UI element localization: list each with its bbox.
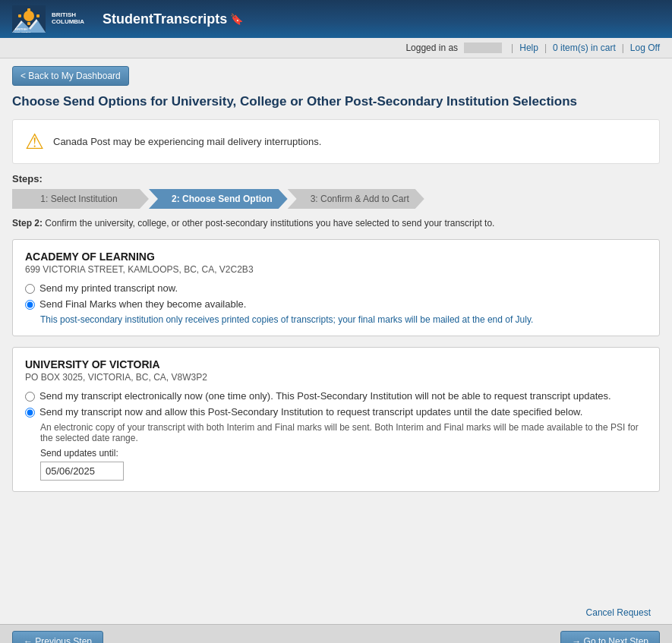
bc-logo-icon: BRITISH COLUMBIA	[12, 5, 46, 33]
uvic-radio-1[interactable]	[25, 392, 35, 402]
aol-radio-1[interactable]	[25, 284, 35, 294]
logoff-link[interactable]: Log Off	[630, 43, 660, 53]
institution-name-aol: ACADEMY OF LEARNING	[25, 251, 647, 263]
bottom-nav: ← Previous Step → Go to Next Step	[0, 624, 672, 643]
header: BRITISH COLUMBIA BRITISH COLUMBIA Studen…	[0, 0, 672, 38]
logged-in-label: Logged in as	[405, 43, 458, 53]
svg-rect-3	[27, 22, 30, 25]
institution-card-aol: ACADEMY OF LEARNING 699 VICTORIA STREET,…	[12, 239, 660, 336]
next-step-button[interactable]: → Go to Next Step	[560, 631, 660, 643]
uvic-option-2-label[interactable]: Send my transcript now and allow this Po…	[39, 406, 582, 418]
aol-radio-2[interactable]	[25, 300, 35, 310]
progress-steps: 1: Select Institution 2: Choose Send Opt…	[12, 189, 660, 209]
aol-option-1: Send my printed transcript now.	[25, 282, 647, 294]
aol-option-2-label[interactable]: Send Final Marks when they become availa…	[39, 298, 246, 310]
main-content: < Back to My Dashboard Choose Send Optio…	[0, 58, 672, 601]
username-display	[464, 43, 502, 53]
svg-rect-2	[27, 8, 30, 11]
page-title: Choose Send Options for University, Coll…	[12, 93, 660, 110]
top-nav: Logged in as | Help | 0 item(s) in cart …	[0, 38, 672, 58]
send-updates-date-input[interactable]	[40, 462, 124, 481]
back-to-dashboard-button[interactable]: < Back to My Dashboard	[12, 66, 129, 86]
svg-rect-4	[18, 14, 21, 17]
cart-link[interactable]: 0 item(s) in cart	[553, 43, 616, 53]
institution-card-uvic: UNIVERSITY OF VICTORIA PO BOX 3025, VICT…	[12, 347, 660, 492]
app-title: StudentTranscripts	[103, 11, 227, 27]
help-link[interactable]: Help	[519, 43, 538, 53]
uvic-option-1-label[interactable]: Send my transcript electronically now (o…	[39, 390, 611, 402]
institution-name-uvic: UNIVERSITY OF VICTORIA	[25, 358, 647, 370]
step-description: Step 2: Confirm the university, college,…	[12, 218, 660, 229]
cancel-request-link[interactable]: Cancel Request	[586, 607, 651, 618]
step-1: 1: Select Institution	[12, 189, 149, 209]
aol-option-1-label[interactable]: Send my printed transcript now.	[39, 282, 178, 294]
warning-text: Canada Post may be experiencing mail del…	[53, 136, 321, 147]
svg-text:COLUMBIA: COLUMBIA	[14, 31, 31, 33]
svg-point-1	[24, 11, 34, 21]
uvic-radio-2[interactable]	[25, 408, 35, 418]
step-3: 3: Confirm & Add to Cart	[288, 189, 424, 209]
aol-option-2: Send Final Marks when they become availa…	[25, 298, 647, 310]
warning-icon: ⚠	[25, 129, 44, 154]
logo-area: BRITISH COLUMBIA BRITISH COLUMBIA	[12, 5, 84, 33]
institution-address-uvic: PO BOX 3025, VICTORIA, BC, CA, V8W3P2	[25, 372, 647, 383]
uvic-option-2: Send my transcript now and allow this Po…	[25, 406, 647, 418]
steps-label: Steps:	[12, 173, 660, 184]
aol-option-2-note: This post-secondary institution only rec…	[40, 314, 647, 325]
svg-rect-5	[36, 14, 39, 17]
uvic-option-1: Send my transcript electronically now (o…	[25, 390, 647, 402]
institution-address-aol: 699 VICTORIA STREET, KAMLOOPS, BC, CA, V…	[25, 264, 647, 275]
step-2: 2: Choose Send Option	[149, 189, 288, 209]
footer-area: Cancel Request	[0, 601, 672, 624]
warning-banner: ⚠ Canada Post may be experiencing mail d…	[12, 119, 660, 164]
send-updates-label: Send updates until:	[40, 448, 647, 459]
previous-step-button[interactable]: ← Previous Step	[12, 631, 103, 643]
uvic-option-2-note: An electronic copy of your transcript wi…	[40, 422, 647, 443]
